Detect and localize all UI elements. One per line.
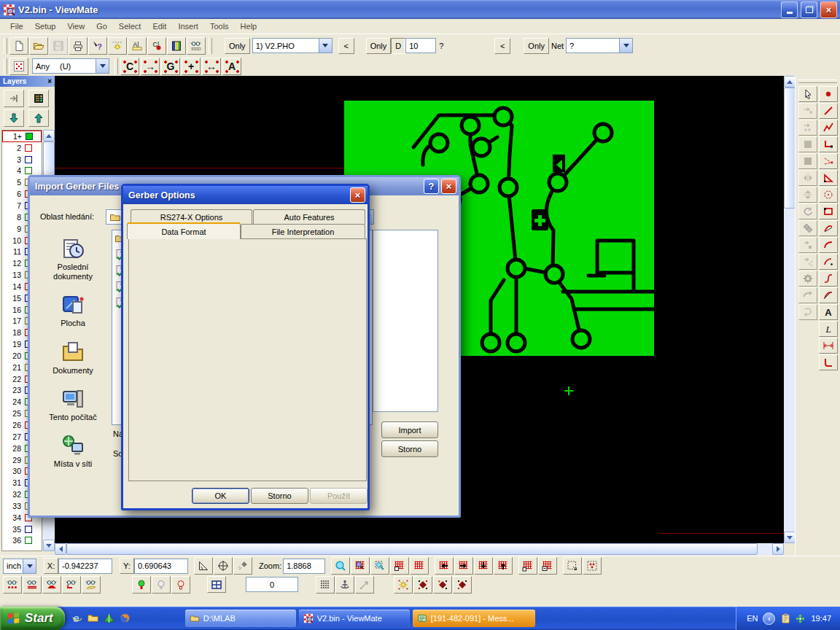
film-corner-button[interactable] xyxy=(518,557,537,575)
scroll-down-icon[interactable] xyxy=(43,540,55,551)
pour-square-button[interactable] xyxy=(798,153,817,169)
ie-launch-button[interactable]: e xyxy=(71,612,83,626)
prev-net-button[interactable]: < xyxy=(494,38,510,54)
view-flash-button[interactable] xyxy=(42,576,61,594)
scroll-right-icon[interactable] xyxy=(772,543,784,555)
layer-color-swatch[interactable] xyxy=(25,537,32,544)
angle-measure-button[interactable] xyxy=(194,557,213,575)
pad-diamond-button[interactable] xyxy=(413,576,432,594)
language-indicator[interactable]: EN xyxy=(747,614,758,623)
place-dokumenty[interactable]: Dokumenty xyxy=(39,335,107,381)
print-button[interactable] xyxy=(69,37,88,55)
layer-color-swatch[interactable] xyxy=(25,526,32,533)
storno-button[interactable]: Storno xyxy=(381,440,438,457)
draw-outline-button[interactable] xyxy=(819,354,838,370)
filter-pad-button[interactable]: + xyxy=(182,58,201,75)
nudge-item-button[interactable] xyxy=(798,237,817,253)
mirror-v-button[interactable] xyxy=(798,187,817,203)
only-layer-button[interactable]: Only xyxy=(225,38,250,54)
filter-text-button[interactable]: A xyxy=(222,58,241,75)
table-grid-button[interactable] xyxy=(207,576,226,593)
close-button[interactable]: × xyxy=(441,179,456,194)
pad-diamond-mirror-button[interactable] xyxy=(453,576,472,594)
restore-button[interactable] xyxy=(801,1,817,18)
layer-color-swatch[interactable] xyxy=(25,167,32,174)
draw-angle-button[interactable] xyxy=(819,153,838,169)
layer-row-35[interactable]: 35 xyxy=(2,524,42,535)
draw-circle-button[interactable] xyxy=(819,187,838,203)
only-net-button[interactable]: Only xyxy=(524,38,549,54)
context-help-button[interactable]: ? xyxy=(88,37,107,55)
copy-step-button[interactable] xyxy=(798,120,817,136)
probe-button[interactable]: C| xyxy=(147,37,166,55)
gerber-dialog-title-bar[interactable]: Gerber Options × xyxy=(123,186,368,204)
chevron-down-icon[interactable] xyxy=(319,39,332,52)
send-layer-button[interactable] xyxy=(4,90,24,107)
place-tento-po-ta-[interactable]: Tento počítač xyxy=(39,381,107,428)
net-combo[interactable]: ? xyxy=(566,38,633,53)
menu-setup[interactable]: Setup xyxy=(29,20,62,32)
toolbar-grip[interactable] xyxy=(4,38,7,54)
layer-setup-button[interactable] xyxy=(28,90,49,107)
dcode-input[interactable]: 10 xyxy=(405,38,436,53)
pan-left-button[interactable] xyxy=(435,557,454,575)
ok-button[interactable]: OK xyxy=(192,488,249,504)
toolbar-grip[interactable] xyxy=(209,38,212,54)
origin-target-button[interactable] xyxy=(214,557,233,575)
filter-trace-button[interactable]: ↔ xyxy=(202,58,221,75)
filter-gerber-button[interactable]: G xyxy=(161,58,180,75)
vertical-scrollbar[interactable] xyxy=(784,76,796,543)
scroll-up-icon[interactable] xyxy=(43,130,55,141)
counter-field[interactable]: 0 xyxy=(246,577,298,592)
toolbar-grip[interactable] xyxy=(4,58,7,74)
aperture-filter-button[interactable] xyxy=(9,58,28,75)
layer-row-2[interactable]: 2 xyxy=(2,142,42,154)
layer-row-36[interactable]: 36 xyxy=(2,535,42,547)
pad-diamond-rot-button[interactable] xyxy=(433,576,452,594)
unit-combo[interactable]: inch xyxy=(3,559,36,574)
start-button[interactable]: Start xyxy=(0,607,65,630)
film-select-button[interactable] xyxy=(538,557,557,575)
lamp-red-button[interactable] xyxy=(171,576,190,594)
tab-file-interpretation[interactable]: File Interpretation xyxy=(241,224,365,238)
snap-move-button[interactable] xyxy=(355,576,374,594)
draw-arc-button[interactable] xyxy=(819,237,838,253)
layer-color-swatch[interactable] xyxy=(25,156,32,163)
filter-goto-button[interactable]: → xyxy=(141,58,160,75)
vscroll-thumb[interactable] xyxy=(784,88,796,209)
pan-right-button[interactable] xyxy=(454,557,473,575)
tab-auto-features[interactable]: Auto Features xyxy=(253,209,365,224)
rotate-tool-button[interactable] xyxy=(798,203,817,219)
layer-row-3[interactable]: 3 xyxy=(2,154,42,166)
flash-burst-button[interactable] xyxy=(394,576,413,594)
hscroll-thumb[interactable] xyxy=(66,543,758,555)
y-coord-button[interactable]: Y: xyxy=(120,558,134,574)
scroll-down-icon[interactable] xyxy=(784,532,796,543)
place-plocha[interactable]: Plocha xyxy=(39,287,107,334)
tab-rs274x-options[interactable]: RS274-X Options xyxy=(131,209,252,224)
taskbar-button--191-482-091-mess-[interactable]: [191-482-091] - Mess... xyxy=(413,610,535,627)
layer-combo[interactable]: 1) V2.PHO xyxy=(252,38,332,53)
menu-view[interactable]: View xyxy=(61,20,90,32)
layer-color-swatch[interactable] xyxy=(26,133,33,140)
tab-data-format[interactable]: Data Format xyxy=(127,222,241,239)
menu-insert[interactable]: Insert xyxy=(172,20,204,32)
horizontal-scrollbar[interactable] xyxy=(55,543,784,555)
draw-tangent-button[interactable] xyxy=(819,254,838,270)
toolbar-grip[interactable] xyxy=(114,58,118,74)
mirror-h-button[interactable] xyxy=(798,170,817,186)
menu-edit[interactable]: Edit xyxy=(147,20,172,32)
x-coord-field[interactable]: -0.942237 xyxy=(58,559,112,574)
nudge-points-button[interactable] xyxy=(798,254,817,270)
taskbar-button-v2-bin-viewmate[interactable]: V2.bin - ViewMate xyxy=(299,610,410,627)
folder-small-launch-button[interactable] xyxy=(87,612,99,626)
y-coord-field[interactable]: 0.690643 xyxy=(134,559,188,574)
palette-grip[interactable] xyxy=(798,79,837,83)
dot-grid-button[interactable] xyxy=(316,576,335,594)
select-cursor-button[interactable] xyxy=(798,86,817,102)
menu-select[interactable]: Select xyxy=(113,20,147,32)
draw-rect-button[interactable] xyxy=(819,203,838,219)
clipboard-tray-icon[interactable] xyxy=(780,613,791,624)
draw-polyline-button[interactable] xyxy=(819,120,838,136)
zoom-field[interactable]: 1.8868 xyxy=(283,559,325,574)
